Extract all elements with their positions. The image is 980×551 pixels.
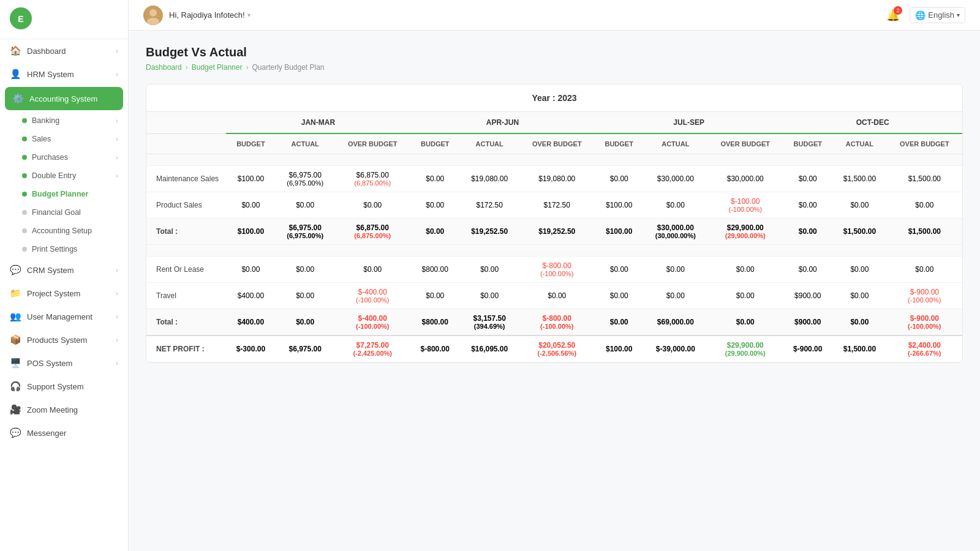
sidebar-item-support[interactable]: 🎧 Support System: [0, 375, 128, 398]
section-header-row: [146, 154, 962, 166]
table-row: Travel$400.00$0.00$-400.00(-100.00%)$0.0…: [146, 283, 962, 309]
chevron-icon: ›: [116, 336, 118, 343]
sidebar-item-project[interactable]: 📁 Project System ›: [0, 282, 128, 305]
budget-table: JAN-MAR APR-JUN JUL-SEP OCT-DEC BUDGET A…: [146, 112, 962, 362]
sidebar-label-financial-goal: Financial Goal: [32, 208, 81, 217]
col-oct-over: OVER BUDGET: [887, 133, 962, 154]
table-cell: $0.00: [595, 283, 644, 309]
topbar: Hi, Rajodiya Infotech! ▾ 🔔 2 🌐 English ▾: [129, 0, 980, 31]
table-cell: $6,975.00: [276, 335, 335, 362]
sidebar-item-dashboard[interactable]: 🏠 Dashboard ›: [0, 39, 128, 62]
table-cell: $0.00: [832, 283, 886, 309]
quarter-jan-mar: JAN-MAR: [226, 112, 410, 133]
content-area: Budget Vs Actual Dashboard › Budget Plan…: [129, 31, 980, 551]
table-cell: $100.00: [226, 166, 276, 192]
chevron-icon: ›: [116, 266, 118, 274]
sidebar-label-crm: CRM System: [27, 266, 74, 275]
table-cell: $69,000.00: [644, 309, 708, 336]
table-cell: $0.00: [335, 257, 410, 283]
table-cell: $900.00: [783, 309, 832, 336]
sidebar-label-sales: Sales: [32, 135, 51, 143]
table-cell: $400.00: [226, 309, 276, 336]
sidebar-item-messenger[interactable]: 💬 Messenger: [0, 421, 128, 444]
sidebar-label-double-entry: Double Entry: [32, 171, 76, 180]
table-cell: $-900.00(-100.00%): [887, 309, 962, 336]
year-header: Year : 2023: [146, 84, 962, 112]
sidebar-label-banking: Banking: [32, 116, 59, 125]
sidebar-item-budget-planner[interactable]: Budget Planner: [0, 185, 128, 203]
sidebar-item-crm[interactable]: 💬 CRM System ›: [0, 258, 128, 282]
user-greeting[interactable]: Hi, Rajodiya Infotech! ▾: [169, 10, 251, 20]
sidebar-item-purchases[interactable]: Purchases ›: [0, 148, 128, 167]
quarter-oct-dec: OCT-DEC: [783, 112, 962, 133]
sidebar-item-products[interactable]: 📦 Products System ›: [0, 328, 128, 351]
svg-point-4: [147, 18, 159, 25]
table-cell: $0.00: [595, 257, 644, 283]
sidebar-item-accounting-setup[interactable]: Accounting Setup: [0, 222, 128, 240]
table-cell: $-800.00(-100.00%): [519, 257, 595, 283]
notification-button[interactable]: 🔔 2: [886, 9, 900, 22]
table-cell: $0.00: [887, 192, 962, 219]
table-cell: $19,252.50: [519, 219, 595, 245]
quarter-apr-jun: APR-JUN: [410, 112, 595, 133]
sidebar-label-project: Project System: [27, 289, 80, 298]
topbar-right: 🔔 2 🌐 English ▾: [886, 7, 965, 23]
col-jul-budget: BUDGET: [595, 133, 644, 154]
sidebar-item-accounting[interactable]: ⚙️ Accounting System: [5, 87, 123, 110]
sidebar-item-pos[interactable]: 🖥️ POS System ›: [0, 351, 128, 375]
support-icon: 🎧: [10, 381, 21, 392]
table-cell: $0.00: [410, 283, 460, 309]
sidebar-item-print-settings[interactable]: Print Settings: [0, 240, 128, 258]
sidebar-item-user-mgmt[interactable]: 👥 User Management ›: [0, 305, 128, 328]
table-cell: $0.00: [644, 192, 708, 219]
table-cell: $0.00: [644, 283, 708, 309]
dashboard-icon: 🏠: [10, 45, 21, 56]
sidebar-logo: E: [0, 0, 128, 39]
table-cell: $19,080.00: [460, 166, 519, 192]
language-selector[interactable]: 🌐 English ▾: [910, 7, 965, 23]
sidebar-item-hrm[interactable]: 👤 HRM System ›: [0, 62, 128, 86]
sidebar-item-zoom[interactable]: 🎥 Zoom Meeting: [0, 398, 128, 421]
messenger-icon: 💬: [10, 427, 21, 438]
table-cell: $100.00: [595, 192, 644, 219]
table-cell: $-39,000.00: [644, 335, 708, 362]
table-cell: $0.00: [410, 166, 460, 192]
quarter-jul-sep: JUL-SEP: [595, 112, 783, 133]
table-cell: $3,157.50(394.69%): [460, 309, 519, 336]
sidebar-label-hrm: HRM System: [27, 70, 74, 79]
table-cell: $0.00: [519, 283, 595, 309]
table-cell: $172.50: [460, 192, 519, 219]
table-cell: $6,875.00(6,875.00%): [335, 166, 410, 192]
table-cell: $0.00: [783, 192, 832, 219]
table-cell: $16,095.00: [460, 335, 519, 362]
table-cell: $20,052.50(-2,506.56%): [519, 335, 595, 362]
sidebar-item-banking[interactable]: Banking ›: [0, 111, 128, 130]
table-cell: $30,000.00: [644, 166, 708, 192]
breadcrumb-budget-planner[interactable]: Budget Planner: [192, 63, 243, 72]
sidebar-label-support: Support System: [27, 382, 84, 391]
table-cell: $0.00: [783, 257, 832, 283]
sidebar-item-financial-goal[interactable]: Financial Goal: [0, 203, 128, 222]
section-header-row: [146, 245, 962, 257]
breadcrumb-dashboard[interactable]: Dashboard: [146, 63, 182, 72]
col-oct-actual: ACTUAL: [832, 133, 886, 154]
table-cell: $0.00: [832, 257, 886, 283]
chevron-icon: ›: [116, 313, 118, 320]
table-cell: $-900.00: [783, 335, 832, 362]
table-cell: $30,000.00(30,000.00%): [644, 219, 708, 245]
language-label: English: [928, 10, 954, 20]
sidebar-label-zoom: Zoom Meeting: [27, 405, 78, 414]
table-cell: $1,500.00: [832, 219, 886, 245]
products-icon: 📦: [10, 334, 21, 345]
table-cell: $7,275.00(-2,425.00%): [335, 335, 410, 362]
sidebar-item-sales[interactable]: Sales ›: [0, 130, 128, 148]
sidebar-label-pos: POS System: [27, 359, 72, 368]
col-apr-actual: ACTUAL: [460, 133, 519, 154]
chevron-icon: ›: [116, 359, 118, 367]
svg-point-3: [149, 9, 157, 17]
sidebar-item-double-entry[interactable]: Double Entry ›: [0, 167, 128, 185]
table-row: Product Sales$0.00$0.00$0.00$0.00$172.50…: [146, 192, 962, 219]
breadcrumb-sep1: ›: [186, 63, 188, 72]
col-jan-over: OVER BUDGET: [335, 133, 410, 154]
table-cell: $-800.00(-100.00%): [519, 309, 595, 336]
